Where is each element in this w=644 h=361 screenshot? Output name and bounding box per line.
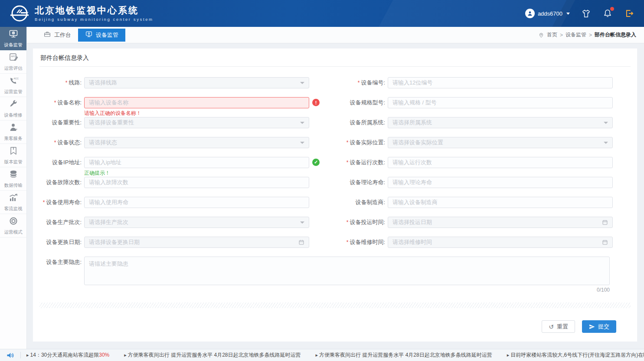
form-field: 设备生产批次:请选择生产批次 (39, 217, 317, 228)
page-title: 部件台帐信息录入 (39, 49, 631, 67)
chevron-down-icon (300, 122, 304, 124)
app-title: 北京地铁监视中心系统 (35, 5, 154, 16)
field-label: *设备使用寿命: (39, 197, 84, 208)
notifications-button[interactable] (602, 8, 613, 19)
form-field: 设备更换日期:请选择设备更换日期 (39, 237, 317, 248)
sidebar-item-7[interactable]: 客流监视 (0, 191, 26, 214)
required-star: * (347, 239, 349, 245)
field-select[interactable]: 请选择设备重要性 (84, 117, 309, 128)
svg-text:AFC: AFC (11, 55, 16, 58)
ticker-item-1[interactable]: ▸方便乘客夜间出行 提升运营服务水平 4月28日起北京地铁多条线路延时运营 (124, 351, 301, 359)
afc-evaluation-icon: AFC (8, 52, 19, 64)
beijing-subway-logo-icon (10, 3, 29, 23)
sidebar-item-label: 运营监管 (4, 89, 23, 95)
sidebar-item-label: 设备维修 (4, 112, 23, 118)
field-placeholder: 请选择设备实际位置 (392, 139, 604, 146)
sidebar-item-label: 版本监管 (4, 159, 23, 165)
field-placeholder: 请选择设备重要性 (89, 119, 300, 127)
error-icon: ! (312, 99, 320, 106)
monitor-eye-icon (8, 29, 19, 41)
ticker-bullet: ▸ (124, 352, 127, 358)
sidebar-item-4[interactable]: 乘客服务 (0, 120, 26, 144)
required-star: * (43, 199, 45, 205)
field-input[interactable]: 请输入故障次数 (84, 177, 309, 188)
sidebar-item-label: 运营模式 (4, 229, 23, 235)
sidebar-item-label: 乘客服务 (4, 136, 23, 142)
ticker-item-0[interactable]: ▸14：30分天通苑南站客流超限30% (26, 351, 109, 359)
field-select[interactable]: 请选择状态 (84, 137, 309, 148)
form-field: *设备实际位置:请选择设备实际位置 (317, 137, 631, 148)
field-input[interactable]: 请输入设备名称 (84, 97, 309, 108)
sidebar-item-0[interactable]: 设备监管 (0, 27, 26, 50)
form-field: *设备运行次数:请输入运行次数 (317, 157, 631, 168)
chevron-down-icon (566, 13, 570, 15)
bookmark-icon (8, 146, 19, 158)
field-placeholder: 请输入故障次数 (89, 179, 304, 186)
theme-shirt-button[interactable] (581, 9, 591, 19)
field-input[interactable]: 请输入规格 / 型号 (388, 97, 613, 108)
avatar (525, 9, 535, 18)
field-placeholder: 请输入设备制造商 (392, 198, 608, 206)
required-star: * (54, 100, 56, 106)
calendar-icon (298, 239, 304, 245)
field-input[interactable]: 请输入ip地址 (84, 157, 309, 168)
submit-button[interactable]: 提交 (582, 320, 616, 333)
form-field: *设备投运时间:请选择投运日期 (317, 217, 631, 228)
field-date[interactable]: 请选择投运日期 (388, 217, 613, 228)
form-field: *设备状态:请选择状态 (39, 137, 317, 148)
reset-button[interactable]: ↺ 重置 (542, 320, 575, 333)
breadcrumb-section[interactable]: 设备监管 (566, 31, 586, 39)
field-label: 设备理论寿命: (317, 177, 388, 188)
field-input[interactable]: 请输入使用寿命 (84, 197, 309, 208)
field-placeholder: 请输入理论寿命 (392, 179, 608, 186)
field-label: 设备故障次数: (39, 177, 84, 188)
form-row: *线路:请选择线路*设备编号:请输入12位编号 (39, 77, 631, 88)
field-input[interactable]: 请输入理论寿命 (388, 177, 613, 188)
username: adds6700 (538, 10, 562, 17)
sidebar-item-6[interactable]: 数据传输 (0, 167, 26, 191)
notification-badge (610, 7, 614, 11)
tab-0[interactable]: 工作台 (36, 29, 78, 42)
sidebar-item-2[interactable]: ACC运营监管 (0, 74, 26, 97)
field-input[interactable]: 请输入运行次数 (388, 157, 613, 168)
sidebar-item-5[interactable]: 版本监管 (0, 144, 26, 167)
field-select[interactable]: 请选择线路 (84, 77, 309, 88)
ticker-item-2[interactable]: ▸方便乘客夜间出行 提升运营服务水平 4月28日起北京地铁多条线路延时运营 (316, 351, 492, 359)
field-placeholder: 请输入12位编号 (392, 79, 608, 87)
required-star: * (347, 219, 349, 225)
equipment-form: *线路:请选择线路*设备编号:请输入12位编号*设备名称:请输入设备名称!请输入… (39, 67, 631, 248)
field-label: 设备所属系统: (317, 117, 388, 128)
field-input[interactable]: 请输入设备制造商 (388, 197, 613, 208)
chevron-down-icon (300, 142, 304, 144)
form-field: *设备编号:请输入12位编号 (317, 77, 631, 88)
breadcrumb-home[interactable]: 首页 (547, 31, 557, 39)
field-placeholder: 请输入使用寿命 (89, 198, 304, 206)
field-label: 设备规格型号: (317, 97, 388, 108)
hazard-label: 设备主要隐患: (39, 257, 84, 293)
field-date[interactable]: 请选择设备更换日期 (84, 237, 309, 248)
field-date[interactable]: 请选择维修时间 (388, 237, 613, 248)
news-ticker: ▸14：30分天通苑南站客流超限30%▸方便乘客夜间出行 提升运营服务水平 4月… (0, 349, 644, 361)
monitor-icon (85, 30, 93, 39)
app-window: 北京地铁监视中心系统 Beijing subway monitoring cen… (0, 0, 644, 361)
field-select[interactable]: 请选择所属系统 (388, 117, 613, 128)
sidebar-item-8[interactable]: 运营模式 (0, 214, 26, 237)
hazard-textarea[interactable]: 请描述主要隐患 (84, 257, 610, 285)
required-star: * (358, 80, 360, 86)
tab-1[interactable]: 设备监管 (78, 29, 125, 42)
sidebar-item-label: 数据传输 (4, 182, 23, 189)
user-menu[interactable]: adds6700 (525, 9, 570, 18)
database-icon (8, 169, 19, 181)
form-row: 设备重要性:请选择设备重要性设备所属系统:请选择所属系统 (39, 117, 631, 128)
logout-button[interactable] (624, 8, 634, 19)
field-placeholder: 请选择维修时间 (392, 238, 602, 246)
required-star: * (65, 80, 68, 86)
sidebar-item-3[interactable]: 设备维修 (0, 97, 26, 120)
field-select[interactable]: 请选择设备实际位置 (388, 137, 613, 148)
success-icon: ✓ (312, 159, 320, 166)
ticker-item-3[interactable]: ▸目前呼家楼站客流较大,6号线下行(开往海淀五路居方向)在呼家楼站采取部分在呼家… (507, 351, 644, 359)
field-input[interactable]: 请输入12位编号 (388, 77, 613, 88)
field-select[interactable]: 请选择生产批次 (84, 217, 309, 228)
field-placeholder: 请选择状态 (89, 139, 300, 146)
sidebar-item-1[interactable]: AFC运营评估 (0, 50, 26, 74)
